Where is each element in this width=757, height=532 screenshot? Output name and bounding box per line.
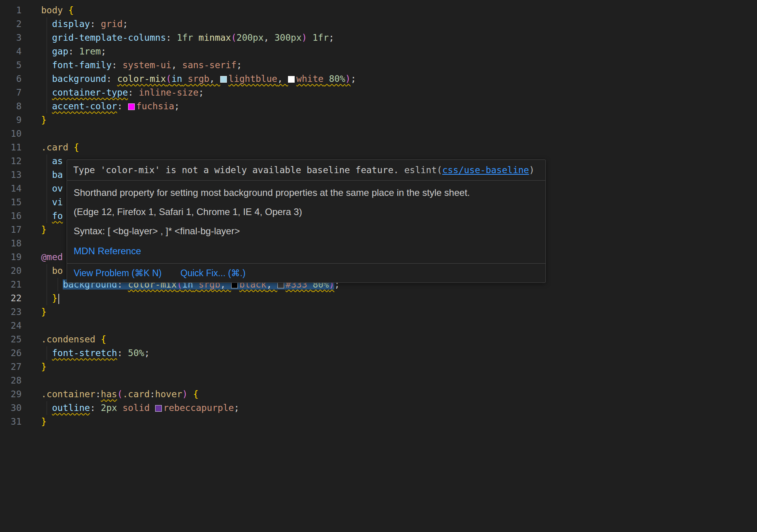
code-token — [150, 403, 155, 413]
line-number[interactable]: 3 — [0, 31, 22, 45]
line-number[interactable]: 23 — [0, 305, 22, 319]
code-token: } — [41, 307, 47, 317]
line-number[interactable]: 1 — [0, 4, 22, 17]
code-line[interactable]: 23} — [0, 305, 757, 319]
code-line-content — [22, 127, 41, 141]
line-number[interactable]: 20 — [0, 264, 22, 278]
line-number[interactable]: 28 — [0, 374, 22, 387]
line-number[interactable]: 4 — [0, 45, 22, 58]
line-number[interactable]: 9 — [0, 113, 22, 127]
line-number[interactable]: 26 — [0, 346, 22, 360]
code-line[interactable]: 5 font-family: system-ui, sans-serif; — [0, 58, 757, 72]
code-token: ; — [199, 87, 204, 98]
code-line-content — [22, 374, 41, 387]
indent-guide — [47, 45, 47, 58]
code-token: { — [74, 142, 79, 152]
code-line[interactable]: 9} — [0, 113, 757, 127]
indent-guide — [47, 72, 47, 86]
code-span: body { — [41, 5, 74, 15]
code-line[interactable]: 2 display: grid; — [0, 17, 757, 31]
code-line-content: font-family: system-ui, sans-serif; — [22, 58, 242, 72]
line-number[interactable]: 13 — [0, 168, 22, 182]
code-line[interactable]: 6 background: color-mix(in srgb, lightbl… — [0, 72, 757, 86]
code-token: gap — [52, 46, 69, 56]
code-line-content: } — [22, 291, 59, 305]
line-number[interactable]: 19 — [0, 250, 22, 264]
line-number[interactable]: 10 — [0, 127, 22, 141]
code-token — [193, 33, 199, 43]
code-line[interactable]: 3 grid-template-columns: 1fr minmax(200p… — [0, 31, 757, 45]
code-token: , — [209, 74, 220, 84]
line-number[interactable]: 5 — [0, 58, 22, 72]
code-token: ) — [302, 33, 307, 43]
code-line[interactable]: 22 } — [0, 291, 757, 305]
line-number[interactable]: 16 — [0, 209, 22, 223]
line-number[interactable]: 21 — [0, 278, 22, 291]
code-line-content: body { — [22, 4, 74, 17]
code-line[interactable]: 29.container:has(.card:hover) { — [0, 387, 757, 401]
code-token: } — [41, 224, 47, 235]
line-number[interactable]: 25 — [0, 333, 22, 346]
line-number[interactable]: 2 — [0, 17, 22, 31]
line-number[interactable]: 18 — [0, 237, 22, 250]
code-token: : — [112, 60, 123, 70]
code-token: fo — [52, 211, 63, 221]
code-line[interactable]: 24 — [0, 319, 757, 333]
code-line-content: bo — [22, 264, 63, 278]
view-problem-action[interactable]: View Problem (⌘K N) — [74, 268, 162, 278]
color-swatch[interactable] — [128, 103, 135, 110]
line-number[interactable]: 7 — [0, 86, 22, 100]
code-line[interactable]: 7 container-type: inline-size; — [0, 86, 757, 100]
code-span: } — [41, 362, 47, 372]
code-line-content: vi — [22, 195, 63, 209]
quick-fix-action[interactable]: Quick Fix... (⌘.) — [181, 268, 246, 278]
line-number[interactable]: 22 — [0, 291, 22, 305]
indent-guide — [47, 264, 47, 278]
code-line[interactable]: 1body { — [0, 4, 757, 17]
mdn-reference-link[interactable]: MDN Reference — [74, 245, 141, 257]
code-token: : — [166, 33, 177, 43]
warning-squiggle-span: color-mix(in srgb, lightblue, white 80%) — [117, 74, 351, 84]
code-token: background — [52, 74, 106, 84]
code-token: } — [41, 362, 47, 372]
indent-guide — [47, 209, 47, 223]
code-line[interactable]: 26 font-stretch: 50%; — [0, 346, 757, 360]
color-swatch[interactable] — [288, 76, 295, 83]
line-number[interactable]: 24 — [0, 319, 22, 333]
line-number[interactable]: 8 — [0, 100, 22, 113]
code-token: : — [128, 87, 139, 98]
warning-squiggle-span: outline — [52, 403, 90, 413]
color-swatch[interactable] — [155, 405, 162, 412]
line-number[interactable]: 30 — [0, 401, 22, 415]
code-token: has — [101, 389, 117, 399]
code-token: .card — [41, 142, 68, 152]
code-token: ) — [182, 389, 188, 399]
diagnostic-rule-link[interactable]: css/use-baseline — [442, 165, 529, 175]
code-line[interactable]: 10 — [0, 127, 757, 141]
line-number[interactable]: 17 — [0, 223, 22, 237]
code-line[interactable]: 27} — [0, 360, 757, 374]
code-token: srgb — [188, 74, 209, 84]
code-line[interactable]: 28 — [0, 374, 757, 387]
code-token: system-ui — [123, 60, 172, 70]
code-line[interactable]: 30 outline: 2px solid rebeccapurple; — [0, 401, 757, 415]
code-line[interactable]: 11.card { — [0, 141, 757, 154]
docs-description: Shorthand property for setting most back… — [74, 187, 539, 199]
line-number[interactable]: 15 — [0, 195, 22, 209]
code-line[interactable]: 4 gap: 1rem; — [0, 45, 757, 58]
line-number[interactable]: 11 — [0, 141, 22, 154]
code-line-content: display: grid; — [22, 17, 128, 31]
code-line[interactable]: 31} — [0, 415, 757, 429]
code-token: .condensed — [41, 334, 95, 344]
line-number[interactable]: 29 — [0, 387, 22, 401]
line-number[interactable]: 31 — [0, 415, 22, 429]
line-number[interactable]: 6 — [0, 72, 22, 86]
code-line[interactable]: 8 accent-color: fuchsia; — [0, 100, 757, 113]
line-number[interactable]: 12 — [0, 154, 22, 168]
line-number[interactable]: 27 — [0, 360, 22, 374]
color-swatch[interactable] — [220, 76, 227, 83]
code-line[interactable]: 25.condensed { — [0, 333, 757, 346]
code-token: , — [171, 60, 182, 70]
code-line-content: } — [22, 415, 47, 429]
line-number[interactable]: 14 — [0, 182, 22, 195]
